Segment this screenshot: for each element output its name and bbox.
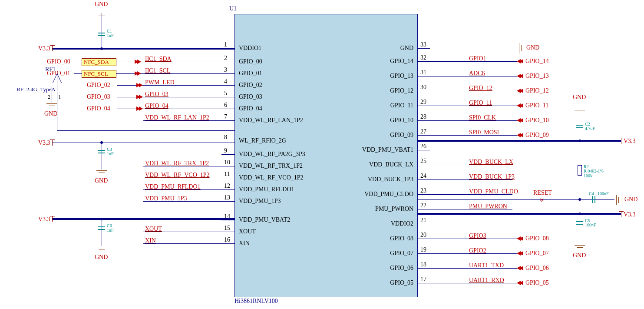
port-arrow-icon [519,251,523,256]
gnd-label-33: GND [526,44,539,51]
port-label: GPIO_00 [47,58,70,65]
net-label: VDD_PMU_CLDO [469,188,518,195]
port-arrow-icon [519,236,523,241]
gnd-symbol-c3 [96,170,107,176]
port-arrow-icon [137,71,141,76]
net-label: GPIO_04 [145,103,168,110]
pin-stub [417,76,430,76]
pin-number: 2 [224,55,227,62]
pin-number: 1 [224,41,227,48]
pin-name: XOUT [239,228,256,235]
power-v33-label-1: V3.3 [38,45,50,52]
net-label: VDD_WL_RF_TRX_1P2 [145,160,209,167]
power-v33-label-2: V3.3 [38,140,50,146]
power-v33-label-r2: V3.3 [624,211,636,218]
port-arrow-icon [519,59,523,63]
pin-name: VDDIO2 [391,220,413,227]
chip-part: Hi3861RNLV100 [234,298,278,305]
pin-name: GPIO_00 [239,58,262,65]
bus-vbat2 [52,218,234,220]
pin-stub [221,154,234,155]
c6-val: 1uF [107,228,114,233]
pin-stub [417,224,430,224]
gnd-symbol-c2 [575,104,585,110]
pin-stub [417,165,430,165]
pin-stub [417,209,430,209]
rf1-ref: RF1 [45,66,56,73]
gnd-symbol-33 [519,43,525,53]
capacitor-c2 [576,126,583,126]
pin-stub [417,91,430,91]
port-arrow-icon [519,281,523,285]
net-label: SPI0_MOSI [469,129,499,136]
pin-name: WL_RF_RFIO_2G [239,137,286,144]
power-v33-r2 [621,211,621,217]
c4-ref: C4 [589,191,594,196]
bus-vddio1 [52,48,234,50]
net-label: IIC1_SCL [145,67,170,74]
pin-name: GPIO_04 [239,105,262,112]
gnd-symbol-rf [46,103,57,110]
r2-val: R 0402-1% 100k [584,169,604,178]
reset-label: RESET [533,189,552,196]
port-arrow-icon [519,74,523,78]
bus-tag: NFC_SDA [82,58,116,66]
pin-stub [417,120,430,121]
net-label: ADC6 [469,70,485,77]
net-label: VDD_WL_RF_LAN_1P2 [145,114,209,121]
pin-name: GPIO_13 [390,73,413,80]
net-wire [117,109,234,109]
pin-name: XIN [239,240,250,247]
pin-stub [417,253,430,254]
port-arrow-icon [519,133,523,137]
pin-number: 21 [420,217,426,224]
pin-name: VDD_WL_RF_TRX_1P2 [239,163,303,169]
pin-name: GPIO_08 [390,235,413,242]
reset-arrow-icon: » [538,198,547,202]
power-v33-label-r1: V3.3 [624,138,636,145]
port-label: GPIO_06 [525,265,549,272]
pin-number: 23 [420,187,426,194]
rf1-val: RF_2.4G_TypeA [17,86,56,93]
c5-val: 100nF [585,223,596,227]
pin-name: GPIO_02 [239,82,262,89]
net-label: GPIO_03 [145,91,168,98]
pin-number: 24 [420,173,426,179]
port-label: GPIO_03 [87,93,110,100]
pin-name: GPIO_01 [239,70,262,77]
pin-name: VDD_PMU_VBAT2 [239,216,290,223]
pin-number: 20 [420,232,426,239]
chip-ref: U1 [229,5,237,12]
port-label: GPIO_14 [525,58,549,65]
gnd-label-c2: GND [573,94,586,101]
power-v33-label-3: V3.3 [38,216,50,223]
pin-number: 31 [420,69,426,76]
pin-name: GPIO_11 [390,102,413,109]
pin-name: VDDIO1 [239,45,261,52]
net-label: GPIO3 [469,233,486,239]
pin-name: GPIO_06 [390,265,413,272]
port-label: GPIO_07 [525,250,549,257]
pin-stub [417,106,430,106]
pin-number: 32 [420,54,426,61]
port-label: GPIO_12 [525,87,549,94]
net-label: UART1_TXD [469,262,504,269]
port-label: GPIO_05 [525,279,549,286]
pin-number: 15 [224,225,230,232]
pin-name: GPIO_12 [390,87,413,94]
pin-number: 13 [224,194,230,201]
pin-name: VDD_PMU_RFLDO1 [239,186,294,193]
gnd-label-c3: GND [95,177,108,184]
pin-name: VDD_PMU_CLDO [364,191,413,198]
pin-stub [417,179,430,180]
port-arrow-icon [519,103,523,108]
pin-stub [417,48,430,49]
pin-name: VDD_WL_RF_PA2G_3P3 [239,151,305,158]
bus-tag: NFC_SCL [82,70,116,78]
net-label: UART1_RXD [469,277,504,284]
port-arrow-icon [519,266,523,270]
resistor-r2 [578,165,582,176]
pin-name: VDD_BUCK_LX [369,161,413,168]
c3-val: 1uF [107,151,114,156]
net-label: VDD_BUCK_LX [469,159,513,166]
